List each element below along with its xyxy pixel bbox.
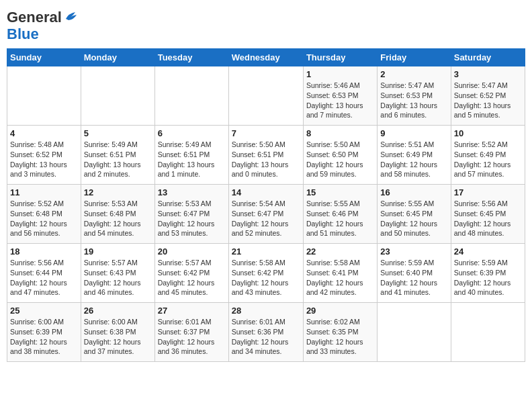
day-info: Sunrise: 5:56 AM Sunset: 6:45 PM Dayligh…: [454, 199, 522, 238]
header-sunday: Sunday: [7, 49, 81, 66]
calendar-cell: [228, 66, 303, 126]
day-info: Sunrise: 5:59 AM Sunset: 6:40 PM Dayligh…: [380, 258, 447, 298]
day-info: Sunrise: 5:53 AM Sunset: 6:47 PM Dayligh…: [158, 199, 226, 238]
day-info: Sunrise: 5:49 AM Sunset: 6:51 PM Dayligh…: [158, 140, 226, 179]
calendar-cell: 28Sunrise: 6:01 AM Sunset: 6:36 PM Dayli…: [228, 303, 303, 362]
calendar-cell: 14Sunrise: 5:54 AM Sunset: 6:47 PM Dayli…: [228, 185, 303, 244]
day-info: Sunrise: 5:53 AM Sunset: 6:48 PM Dayligh…: [84, 199, 152, 238]
calendar-cell: 27Sunrise: 6:01 AM Sunset: 6:37 PM Dayli…: [154, 303, 228, 362]
calendar-week-row: 11Sunrise: 5:52 AM Sunset: 6:48 PM Dayli…: [7, 185, 525, 244]
calendar-cell: 6Sunrise: 5:49 AM Sunset: 6:51 PM Daylig…: [154, 126, 228, 185]
logo: General Blue: [7, 7, 78, 43]
calendar-week-row: 18Sunrise: 5:56 AM Sunset: 6:44 PM Dayli…: [7, 244, 525, 303]
day-info: Sunrise: 6:00 AM Sunset: 6:38 PM Dayligh…: [84, 317, 152, 357]
calendar-cell: [451, 303, 525, 362]
day-info: Sunrise: 5:58 AM Sunset: 6:42 PM Dayligh…: [232, 258, 300, 298]
page-header: General Blue: [7, 7, 525, 43]
calendar-cell: 1Sunrise: 5:46 AM Sunset: 6:53 PM Daylig…: [303, 66, 377, 126]
day-number: 24: [454, 246, 522, 257]
header-thursday: Thursday: [303, 49, 377, 66]
day-number: 18: [10, 246, 78, 257]
calendar-table: SundayMondayTuesdayWednesdayThursdayFrid…: [7, 48, 525, 362]
day-number: 3: [454, 69, 522, 79]
day-info: Sunrise: 6:01 AM Sunset: 6:37 PM Dayligh…: [158, 317, 226, 357]
calendar-cell: 3Sunrise: 5:47 AM Sunset: 6:52 PM Daylig…: [451, 66, 525, 126]
day-number: 1: [306, 69, 374, 79]
calendar-cell: 4Sunrise: 5:48 AM Sunset: 6:52 PM Daylig…: [7, 126, 81, 185]
day-number: 22: [306, 246, 374, 257]
day-info: Sunrise: 5:57 AM Sunset: 6:43 PM Dayligh…: [84, 258, 152, 298]
day-number: 9: [380, 128, 447, 138]
calendar-cell: 19Sunrise: 5:57 AM Sunset: 6:43 PM Dayli…: [81, 244, 154, 303]
day-number: 21: [232, 246, 300, 257]
day-number: 2: [380, 69, 447, 79]
day-number: 29: [306, 306, 374, 316]
header-friday: Friday: [378, 49, 451, 66]
calendar-cell: [154, 66, 228, 126]
header-wednesday: Wednesday: [228, 49, 303, 66]
day-number: 17: [454, 187, 522, 197]
day-number: 10: [454, 128, 522, 138]
calendar-cell: 21Sunrise: 5:58 AM Sunset: 6:42 PM Dayli…: [228, 244, 303, 303]
day-number: 25: [10, 306, 78, 316]
calendar-cell: 24Sunrise: 5:59 AM Sunset: 6:39 PM Dayli…: [451, 244, 525, 303]
day-info: Sunrise: 5:50 AM Sunset: 6:50 PM Dayligh…: [306, 140, 374, 179]
calendar-cell: 9Sunrise: 5:51 AM Sunset: 6:49 PM Daylig…: [378, 126, 451, 185]
calendar-cell: 25Sunrise: 6:00 AM Sunset: 6:39 PM Dayli…: [7, 303, 81, 362]
day-info: Sunrise: 5:55 AM Sunset: 6:46 PM Dayligh…: [306, 199, 374, 238]
day-number: 28: [232, 306, 300, 316]
calendar-cell: 11Sunrise: 5:52 AM Sunset: 6:48 PM Dayli…: [7, 185, 81, 244]
calendar-cell: 7Sunrise: 5:50 AM Sunset: 6:51 PM Daylig…: [228, 126, 303, 185]
header-saturday: Saturday: [451, 49, 525, 66]
day-info: Sunrise: 6:01 AM Sunset: 6:36 PM Dayligh…: [232, 317, 300, 357]
day-number: 14: [232, 187, 300, 197]
calendar-cell: 5Sunrise: 5:49 AM Sunset: 6:51 PM Daylig…: [81, 126, 154, 185]
calendar-header-row: SundayMondayTuesdayWednesdayThursdayFrid…: [7, 49, 525, 66]
calendar-cell: 29Sunrise: 6:02 AM Sunset: 6:35 PM Dayli…: [303, 303, 377, 362]
logo-blue: Blue: [7, 26, 39, 43]
calendar-cell: [81, 66, 154, 126]
day-number: 20: [158, 246, 226, 257]
day-number: 6: [158, 128, 226, 138]
day-number: 11: [10, 187, 78, 197]
calendar-cell: 20Sunrise: 5:57 AM Sunset: 6:42 PM Dayli…: [154, 244, 228, 303]
logo-general: General: [7, 9, 62, 26]
day-number: 15: [306, 187, 374, 197]
day-number: 8: [306, 128, 374, 138]
day-number: 27: [158, 306, 226, 316]
calendar-cell: 17Sunrise: 5:56 AM Sunset: 6:45 PM Dayli…: [451, 185, 525, 244]
day-info: Sunrise: 6:02 AM Sunset: 6:35 PM Dayligh…: [306, 317, 374, 357]
day-info: Sunrise: 5:55 AM Sunset: 6:45 PM Dayligh…: [380, 199, 447, 238]
calendar-cell: 12Sunrise: 5:53 AM Sunset: 6:48 PM Dayli…: [81, 185, 154, 244]
day-info: Sunrise: 5:59 AM Sunset: 6:39 PM Dayligh…: [454, 258, 522, 298]
calendar-cell: 18Sunrise: 5:56 AM Sunset: 6:44 PM Dayli…: [7, 244, 81, 303]
day-info: Sunrise: 5:58 AM Sunset: 6:41 PM Dayligh…: [306, 258, 374, 298]
day-info: Sunrise: 5:47 AM Sunset: 6:53 PM Dayligh…: [380, 81, 447, 120]
calendar-cell: 15Sunrise: 5:55 AM Sunset: 6:46 PM Dayli…: [303, 185, 377, 244]
day-info: Sunrise: 5:50 AM Sunset: 6:51 PM Dayligh…: [232, 140, 300, 179]
day-info: Sunrise: 5:57 AM Sunset: 6:42 PM Dayligh…: [158, 258, 226, 298]
calendar-cell: 8Sunrise: 5:50 AM Sunset: 6:50 PM Daylig…: [303, 126, 377, 185]
day-number: 13: [158, 187, 226, 197]
calendar-cell: [378, 303, 451, 362]
day-number: 7: [232, 128, 300, 138]
calendar-cell: 23Sunrise: 5:59 AM Sunset: 6:40 PM Dayli…: [378, 244, 451, 303]
calendar-cell: 22Sunrise: 5:58 AM Sunset: 6:41 PM Dayli…: [303, 244, 377, 303]
calendar-week-row: 4Sunrise: 5:48 AM Sunset: 6:52 PM Daylig…: [7, 126, 525, 185]
header-monday: Monday: [81, 49, 154, 66]
day-info: Sunrise: 6:00 AM Sunset: 6:39 PM Dayligh…: [10, 317, 78, 357]
day-info: Sunrise: 5:54 AM Sunset: 6:47 PM Dayligh…: [232, 199, 300, 238]
header-tuesday: Tuesday: [154, 49, 228, 66]
calendar-week-row: 1Sunrise: 5:46 AM Sunset: 6:53 PM Daylig…: [7, 66, 525, 126]
day-info: Sunrise: 5:48 AM Sunset: 6:52 PM Dayligh…: [10, 140, 78, 179]
day-info: Sunrise: 5:56 AM Sunset: 6:44 PM Dayligh…: [10, 258, 78, 298]
day-info: Sunrise: 5:51 AM Sunset: 6:49 PM Dayligh…: [380, 140, 447, 179]
calendar-cell: 13Sunrise: 5:53 AM Sunset: 6:47 PM Dayli…: [154, 185, 228, 244]
day-number: 16: [380, 187, 447, 197]
day-info: Sunrise: 5:52 AM Sunset: 6:49 PM Dayligh…: [454, 140, 522, 179]
day-number: 12: [84, 187, 152, 197]
day-number: 23: [380, 246, 447, 257]
calendar-week-row: 25Sunrise: 6:00 AM Sunset: 6:39 PM Dayli…: [7, 303, 525, 362]
calendar-cell: 26Sunrise: 6:00 AM Sunset: 6:38 PM Dayli…: [81, 303, 154, 362]
day-info: Sunrise: 5:47 AM Sunset: 6:52 PM Dayligh…: [454, 81, 522, 120]
